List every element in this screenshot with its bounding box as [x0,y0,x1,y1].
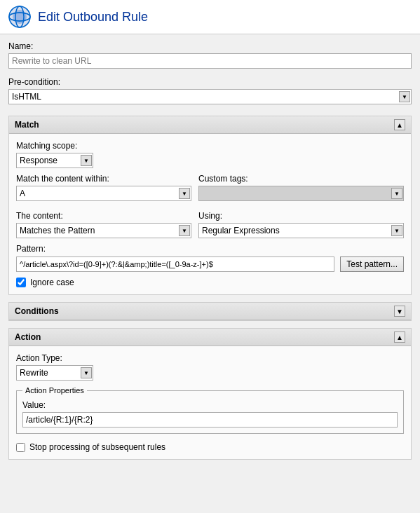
custom-tags-col: Custom tags: ▼ [198,174,404,201]
match-collapse-button[interactable]: ▲ [394,119,405,130]
precondition-section: Pre-condition: IsHTML ▼ [8,77,412,104]
precondition-select[interactable]: IsHTML [8,89,412,104]
matching-scope-select-wrapper: Response ▼ [16,153,93,168]
using-select[interactable]: Regular Expressions [198,223,404,238]
pattern-section: Pattern: Test pattern... [16,244,404,272]
ignore-case-checkbox[interactable] [16,278,26,287]
content-within-select-wrapper: A ▼ [16,186,191,201]
content-within-select[interactable]: A [16,186,191,201]
svg-point-1 [13,10,27,24]
content-within-label: Match the content within: [16,174,191,184]
match-section-body: Matching scope: Response ▼ Match the con… [9,134,411,294]
action-section-header[interactable]: Action ▲ [9,329,411,346]
pattern-input[interactable] [16,256,334,272]
using-select-wrapper: Regular Expressions ▼ [198,223,404,238]
content-within-row: Match the content within: A ▼ Custom tag… [16,174,404,201]
action-properties-legend: Action Properties [22,386,87,395]
content-type-col: The content: Matches the Pattern ▼ [16,211,191,238]
action-collapse-button[interactable]: ▲ [394,331,405,343]
page-header: Edit Outbound Rule [0,0,420,34]
content-select-wrapper: Matches the Pattern ▼ [16,223,191,238]
action-properties-group: Action Properties Value: [16,386,404,434]
value-label: Value: [22,400,398,410]
value-input[interactable] [22,412,398,427]
pattern-label: Pattern: [16,244,404,254]
matching-scope-label: Matching scope: [16,141,404,151]
using-col: Using: Regular Expressions ▼ [198,211,404,238]
using-label: Using: [198,211,404,221]
conditions-section-header[interactable]: Conditions ▼ [9,303,411,320]
action-type-select[interactable]: Rewrite [16,365,93,381]
custom-tags-select[interactable] [198,186,404,201]
matching-scope-row: Matching scope: Response ▼ [16,141,404,168]
conditions-section-title: Conditions [15,306,59,316]
test-pattern-button[interactable]: Test pattern... [340,256,404,272]
custom-tags-label: Custom tags: [198,174,404,184]
action-type-label: Action Type: [16,353,404,363]
stop-processing-checkbox[interactable] [16,443,25,452]
content-using-row: The content: Matches the Pattern ▼ Using… [16,211,404,238]
custom-tags-select-wrapper: ▼ [198,186,404,201]
app-icon [8,6,31,28]
conditions-collapse-button[interactable]: ▼ [394,306,405,317]
precondition-label: Pre-condition: [8,77,412,87]
name-input[interactable] [8,53,412,69]
stop-processing-row: Stop processing of subsequent rules [16,442,404,452]
content-label: The content: [16,211,191,221]
content-select[interactable]: Matches the Pattern [16,223,191,238]
matching-scope-select[interactable]: Response [16,153,93,168]
ignore-case-label: Ignore case [30,278,74,287]
stop-processing-label: Stop processing of subsequent rules [29,442,165,452]
conditions-panel: Conditions ▼ [8,302,412,321]
action-section-title: Action [15,332,41,342]
precondition-select-wrapper: IsHTML ▼ [8,89,412,104]
name-label: Name: [8,41,412,51]
name-section: Name: [8,41,412,69]
ignore-case-row: Ignore case [16,278,404,287]
page-title: Edit Outbound Rule [38,10,148,25]
pattern-row: Test pattern... [16,256,404,272]
action-panel: Action ▲ Action Type: Rewrite ▼ Action P… [8,328,412,460]
match-section-header[interactable]: Match ▲ [9,116,411,134]
match-section-title: Match [15,120,39,130]
content-within-col: Match the content within: A ▼ [16,174,191,201]
action-type-select-wrapper: Rewrite ▼ [16,365,93,381]
action-type-row: Action Type: Rewrite ▼ [16,353,404,381]
match-panel: Match ▲ Matching scope: Response ▼ Match… [8,116,412,295]
action-section-body: Action Type: Rewrite ▼ Action Properties… [9,346,411,459]
